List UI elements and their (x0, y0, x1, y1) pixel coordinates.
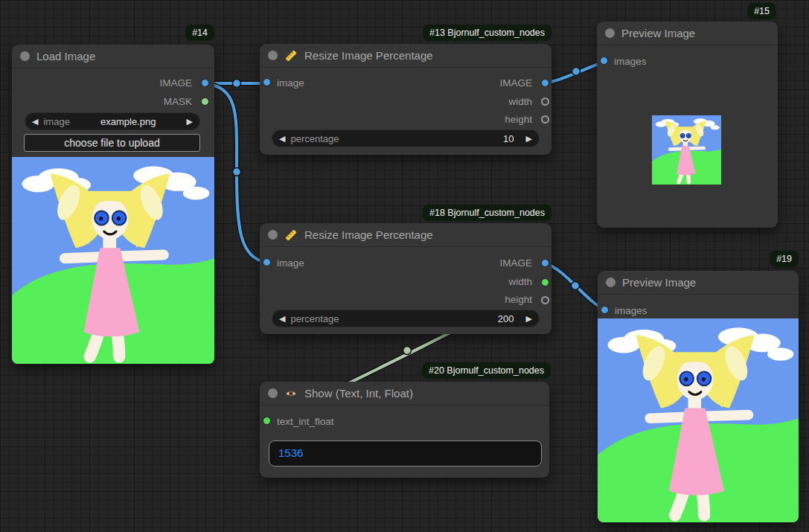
increment-icon[interactable]: ▶ (526, 315, 532, 323)
input-slot-images[interactable] (601, 306, 609, 314)
preview-image-thumbnail (652, 115, 721, 185)
output-label-mask: MASK (164, 96, 192, 107)
input-label-text-int-float: text_int_float (277, 416, 334, 427)
node-graph-canvas[interactable]: #14 #13 Bjornulf_custom_nodes #15 #18 Bj… (0, 0, 809, 532)
node-title: Preview Image (622, 276, 696, 289)
node-preview-image-15[interactable]: Preview Image images (597, 22, 778, 228)
combo-next-icon[interactable]: ▶ (187, 118, 193, 126)
node-header[interactable]: Preview Image (597, 22, 778, 45)
node-title: Resize Image Percentage (304, 49, 433, 62)
ruler-icon (284, 228, 298, 242)
widget-value[interactable]: 10 (503, 133, 514, 144)
combo-value[interactable]: example.png (100, 116, 156, 127)
node-badge: #15 (747, 3, 776, 19)
node-header[interactable]: Load Image (12, 45, 214, 68)
node-badge: #13 Bjornulf_custom_nodes (423, 25, 551, 41)
input-label-image: image (277, 77, 304, 89)
node-resize-image-percentage-18[interactable]: Resize Image Percentage image IMAGE widt… (260, 223, 551, 334)
node-badge: #19 (770, 251, 799, 267)
node-title: Load Image (36, 50, 95, 63)
increment-icon[interactable]: ▶ (526, 135, 532, 143)
node-badge: #20 Bjornulf_custom_nodes (422, 362, 551, 379)
output-label-image: IMAGE (159, 77, 192, 89)
node-header[interactable]: Resize Image Percentage (260, 44, 551, 68)
percentage-widget[interactable]: ◀ percentage 10 ▶ (272, 129, 540, 147)
node-preview-image-19[interactable]: Preview Image images (598, 271, 799, 522)
widget-label: percentage (290, 313, 339, 324)
collapse-dot-icon[interactable] (268, 51, 278, 60)
collapse-dot-icon[interactable] (20, 51, 30, 61)
combo-label: image (43, 116, 69, 127)
node-title: Resize Image Percentage (304, 228, 433, 241)
ruler-icon (284, 49, 298, 63)
node-load-image[interactable]: Load Image IMAGE MASK ◀ image example.pn… (12, 45, 214, 364)
input-slot-image[interactable] (263, 78, 271, 86)
output-slot-image[interactable] (541, 259, 549, 267)
output-slot-mask[interactable] (201, 97, 209, 106)
output-label-height: height (505, 114, 532, 125)
widget-label: percentage (290, 133, 339, 144)
reroute-dot[interactable] (233, 168, 241, 176)
node-badge: #18 Bjornulf_custom_nodes (423, 205, 551, 221)
reroute-dot[interactable] (572, 68, 581, 76)
input-slot-text-int-float[interactable] (263, 417, 271, 425)
collapse-dot-icon[interactable] (268, 230, 278, 240)
loaded-image-preview (12, 157, 214, 364)
output-label-image: IMAGE (499, 77, 532, 89)
collapse-dot-icon[interactable] (268, 388, 278, 398)
preview-image-large (598, 318, 799, 522)
collapse-dot-icon[interactable] (605, 28, 615, 38)
node-header[interactable]: Resize Image Percentage (260, 223, 551, 247)
node-resize-image-percentage-13[interactable]: Resize Image Percentage image IMAGE widt… (260, 44, 551, 155)
output-label-height: height (505, 294, 532, 305)
output-slot-width[interactable] (541, 278, 549, 286)
show-value-textbox[interactable]: 1536 (269, 440, 542, 467)
input-slot-image[interactable] (263, 258, 271, 266)
node-title: Preview Image (621, 27, 695, 39)
output-label-width: width (508, 276, 532, 287)
input-label-images: images (615, 305, 647, 316)
reroute-dot[interactable] (233, 80, 241, 88)
decrement-icon[interactable]: ◀ (279, 135, 285, 143)
reroute-dot[interactable] (572, 282, 580, 290)
output-slot-height[interactable] (541, 115, 549, 124)
eye-icon (284, 387, 298, 400)
node-header[interactable]: Show (Text, Int, Float) (260, 382, 549, 406)
reroute-dot[interactable] (403, 347, 412, 355)
input-slot-images[interactable] (600, 57, 608, 65)
node-show-text-int-float[interactable]: Show (Text, Int, Float) text_int_float 1… (260, 382, 549, 478)
collapse-dot-icon[interactable] (606, 278, 615, 287)
output-slot-width[interactable] (541, 97, 549, 106)
widget-value[interactable]: 200 (498, 313, 514, 324)
image-combo-widget[interactable]: ◀ image example.png ▶ (25, 112, 200, 130)
output-slot-image[interactable] (541, 79, 549, 87)
output-slot-height[interactable] (541, 296, 549, 304)
output-slot-image[interactable] (201, 79, 209, 87)
choose-file-button[interactable]: choose file to upload (24, 134, 200, 152)
output-label-width: width (508, 96, 532, 107)
node-title: Show (Text, Int, Float) (304, 387, 413, 400)
input-label-image: image (277, 257, 304, 269)
node-header[interactable]: Preview Image (598, 271, 799, 295)
combo-prev-icon[interactable]: ◀ (32, 118, 38, 126)
decrement-icon[interactable]: ◀ (279, 315, 285, 323)
percentage-widget[interactable]: ◀ percentage 200 ▶ (272, 310, 540, 327)
node-badge: #14 (185, 25, 214, 41)
input-label-images: images (614, 56, 647, 67)
output-label-image: IMAGE (499, 257, 532, 269)
